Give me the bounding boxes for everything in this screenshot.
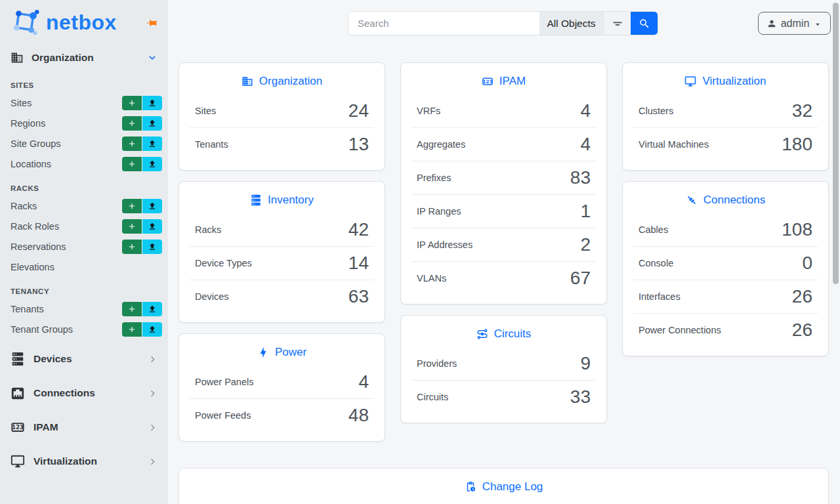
search-button[interactable] — [631, 12, 658, 35]
sidebar-link[interactable]: Regions — [10, 118, 45, 129]
stat-value: 4 — [580, 135, 591, 154]
sidebar-menu-devices[interactable]: Devices — [0, 342, 168, 376]
stat-row-interfaces[interactable]: Interfaces26 — [623, 280, 828, 313]
chevron-down-icon — [147, 52, 158, 63]
stat-value: 108 — [782, 220, 812, 239]
import-button[interactable] — [142, 302, 162, 316]
add-button[interactable] — [122, 157, 142, 171]
card-organization: Organization Sites24 Tenants13 — [178, 62, 385, 171]
add-button[interactable] — [122, 322, 142, 337]
card-organization-title[interactable]: Organization — [179, 63, 385, 94]
stat-row-racks[interactable]: Racks42 — [179, 213, 385, 246]
stat-row-ip-addresses[interactable]: IP Addresses2 — [401, 228, 606, 261]
sidebar-link[interactable]: Tenants — [10, 304, 44, 314]
stat-row-devices[interactable]: Devices63 — [179, 280, 385, 313]
sidebar-link[interactable]: Reservations — [10, 242, 66, 252]
pin-sidebar-icon[interactable] — [146, 17, 158, 29]
stat-row-vrfs[interactable]: VRFs4 — [401, 94, 606, 127]
add-button[interactable] — [122, 199, 142, 213]
sidebar-item-tenants: Tenants — [0, 299, 168, 319]
stat-value: 13 — [348, 135, 369, 154]
stat-value: 4 — [580, 102, 591, 120]
add-button[interactable] — [122, 302, 142, 316]
search-scope-select[interactable]: All Objects — [539, 12, 603, 35]
sidebar-link[interactable]: Locations — [10, 159, 51, 169]
card-virtualization: Virtualization Clusters32 Virtual Machin… — [622, 62, 829, 171]
sidebar-link[interactable]: Tenant Groups — [10, 324, 73, 335]
import-button[interactable] — [142, 116, 162, 131]
stat-value: 24 — [348, 102, 369, 120]
stat-value: 26 — [792, 287, 812, 306]
netbox-logo-icon — [10, 7, 41, 37]
sidebar-menu-organization[interactable]: Organization — [0, 45, 168, 71]
import-button[interactable] — [142, 219, 162, 234]
import-button[interactable] — [142, 240, 162, 254]
stat-row-power-panels[interactable]: Power Panels4 — [179, 366, 385, 398]
add-button[interactable] — [122, 219, 142, 234]
card-inventory-title[interactable]: Inventory — [179, 182, 385, 213]
add-button[interactable] — [122, 96, 142, 110]
sidebar-menu-ipam[interactable]: IPAM — [0, 410, 168, 444]
stat-row-virtual-machines[interactable]: Virtual Machines180 — [623, 128, 828, 161]
add-button[interactable] — [122, 136, 142, 151]
stat-value: 26 — [792, 321, 812, 339]
chevron-right-icon — [148, 388, 158, 398]
transit-connection-icon — [476, 328, 488, 340]
card-power-title[interactable]: Power — [179, 334, 385, 366]
sidebar-item-tenant-groups: Tenant Groups — [0, 319, 168, 339]
import-button[interactable] — [142, 322, 162, 337]
stat-row-cables[interactable]: Cables108 — [623, 213, 828, 246]
stat-label: IP Addresses — [417, 240, 472, 250]
card-change-log-title[interactable]: Change Log — [179, 469, 828, 500]
filter-button[interactable] — [603, 12, 631, 35]
card-virtualization-title[interactable]: Virtualization — [623, 63, 828, 94]
stat-value: 48 — [348, 406, 369, 425]
search-input[interactable] — [348, 12, 539, 35]
brand[interactable]: netbox — [0, 0, 168, 39]
stat-value: 1 — [580, 202, 591, 220]
stat-row-device-types[interactable]: Device Types14 — [179, 247, 385, 280]
card-ipam-title[interactable]: IPAM — [401, 63, 606, 94]
stat-row-power-connections[interactable]: Power Connections26 — [623, 314, 828, 346]
import-button[interactable] — [142, 157, 162, 171]
sidebar-link[interactable]: Elevations — [10, 262, 54, 272]
stat-label: Power Panels — [195, 377, 253, 387]
card-title-text: Virtualization — [702, 75, 766, 88]
stat-row-vlans[interactable]: VLANs67 — [401, 262, 606, 295]
section-title-sites: SITES — [10, 81, 158, 89]
stat-row-power-feeds[interactable]: Power Feeds48 — [179, 399, 385, 432]
section-title-tenancy: TENANCY — [10, 287, 158, 295]
sidebar-menu-virtualization[interactable]: Virtualization — [0, 444, 168, 478]
stat-label: Prefixes — [417, 173, 451, 183]
stat-value: 2 — [580, 236, 591, 254]
import-button[interactable] — [142, 136, 162, 151]
sidebar-link[interactable]: Racks — [10, 201, 37, 211]
stat-row-aggregates[interactable]: Aggregates4 — [401, 128, 606, 161]
sidebar-link[interactable]: Sites — [10, 98, 32, 108]
add-button[interactable] — [122, 116, 142, 131]
menu-label: IPAM — [33, 421, 58, 433]
stat-row-ip-ranges[interactable]: IP Ranges1 — [401, 195, 606, 228]
stat-row-circuits[interactable]: Circuits33 — [401, 381, 606, 413]
add-button[interactable] — [122, 240, 142, 254]
stat-value: 0 — [802, 254, 812, 272]
card-circuits-title[interactable]: Circuits — [401, 316, 606, 347]
scrollbar-thumb[interactable] — [833, 3, 839, 284]
stat-row-clusters[interactable]: Clusters32 — [623, 94, 828, 127]
sidebar-item-locations: Locations — [0, 154, 168, 174]
cable-icon — [686, 194, 698, 206]
sidebar-link[interactable]: Rack Roles — [10, 221, 59, 232]
stat-row-prefixes[interactable]: Prefixes83 — [401, 161, 606, 194]
stat-row-tenants[interactable]: Tenants13 — [179, 128, 385, 161]
stat-row-console[interactable]: Console0 — [623, 247, 828, 280]
stat-value: 83 — [570, 169, 591, 187]
stat-label: Virtual Machines — [639, 139, 709, 150]
sidebar-link[interactable]: Site Groups — [10, 138, 61, 149]
import-button[interactable] — [142, 199, 162, 213]
import-button[interactable] — [142, 96, 162, 110]
stat-row-sites[interactable]: Sites24 — [179, 94, 385, 127]
stat-row-providers[interactable]: Providers9 — [401, 347, 606, 380]
sidebar-menu-connections[interactable]: Connections — [0, 376, 168, 410]
user-menu-button[interactable]: admin — [758, 12, 831, 35]
card-connections-title[interactable]: Connections — [623, 182, 828, 213]
